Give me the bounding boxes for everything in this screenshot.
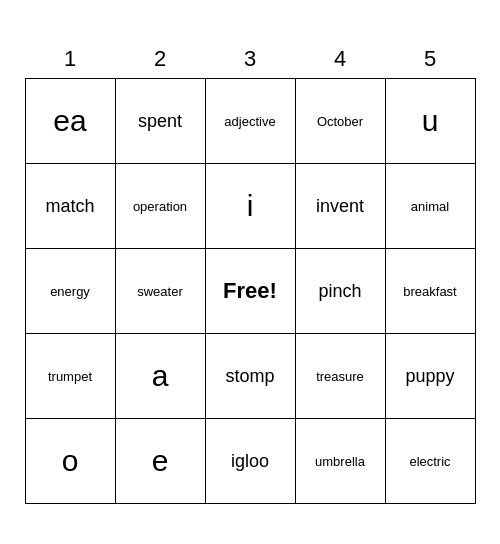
cell-text: October <box>317 114 363 129</box>
cell-text: a <box>152 359 169 392</box>
cell-text: breakfast <box>403 284 456 299</box>
cell-text: animal <box>411 199 449 214</box>
cell-text: stomp <box>225 366 274 386</box>
table-row: oeiglooumbrellaelectric <box>25 419 475 504</box>
bingo-cell: ea <box>25 79 115 164</box>
table-row: energysweaterFree!pinchbreakfast <box>25 249 475 334</box>
bingo-table: 12345 easpentadjectiveOctoberumatchopera… <box>25 40 476 504</box>
cell-text: operation <box>133 199 187 214</box>
cell-text: spent <box>138 111 182 131</box>
bingo-cell: animal <box>385 164 475 249</box>
cell-text: ea <box>53 104 86 137</box>
bingo-cell: breakfast <box>385 249 475 334</box>
bingo-cell: puppy <box>385 334 475 419</box>
bingo-cell: energy <box>25 249 115 334</box>
bingo-cell: spent <box>115 79 205 164</box>
bingo-cell: igloo <box>205 419 295 504</box>
cell-text: umbrella <box>315 454 365 469</box>
cell-text: igloo <box>231 451 269 471</box>
bingo-cell: i <box>205 164 295 249</box>
cell-text: energy <box>50 284 90 299</box>
cell-text: treasure <box>316 369 364 384</box>
header-row: 12345 <box>25 40 475 79</box>
cell-text: o <box>62 444 79 477</box>
bingo-cell: stomp <box>205 334 295 419</box>
cell-text: electric <box>409 454 450 469</box>
cell-text: match <box>45 196 94 216</box>
bingo-cell: sweater <box>115 249 205 334</box>
cell-text: sweater <box>137 284 183 299</box>
cell-text: pinch <box>318 281 361 301</box>
cell-text: e <box>152 444 169 477</box>
table-row: easpentadjectiveOctoberu <box>25 79 475 164</box>
bingo-cell: Free! <box>205 249 295 334</box>
bingo-cell: u <box>385 79 475 164</box>
bingo-cell: match <box>25 164 115 249</box>
column-header: 4 <box>295 40 385 79</box>
cell-text: puppy <box>405 366 454 386</box>
bingo-cell: a <box>115 334 205 419</box>
column-header: 2 <box>115 40 205 79</box>
bingo-cell: adjective <box>205 79 295 164</box>
column-header: 3 <box>205 40 295 79</box>
cell-text: invent <box>316 196 364 216</box>
bingo-cell: trumpet <box>25 334 115 419</box>
cell-text: Free! <box>223 278 277 303</box>
bingo-cell: treasure <box>295 334 385 419</box>
bingo-cell: pinch <box>295 249 385 334</box>
bingo-cell: electric <box>385 419 475 504</box>
table-row: trumpetastomptreasurepuppy <box>25 334 475 419</box>
bingo-cell: e <box>115 419 205 504</box>
cell-text: u <box>422 104 439 137</box>
bingo-cell: operation <box>115 164 205 249</box>
table-row: matchoperationiinventanimal <box>25 164 475 249</box>
bingo-cell: October <box>295 79 385 164</box>
bingo-container: 12345 easpentadjectiveOctoberumatchopera… <box>15 30 486 514</box>
column-header: 1 <box>25 40 115 79</box>
cell-text: i <box>247 189 254 222</box>
column-header: 5 <box>385 40 475 79</box>
cell-text: adjective <box>224 114 275 129</box>
bingo-cell: invent <box>295 164 385 249</box>
bingo-cell: umbrella <box>295 419 385 504</box>
bingo-cell: o <box>25 419 115 504</box>
cell-text: trumpet <box>48 369 92 384</box>
